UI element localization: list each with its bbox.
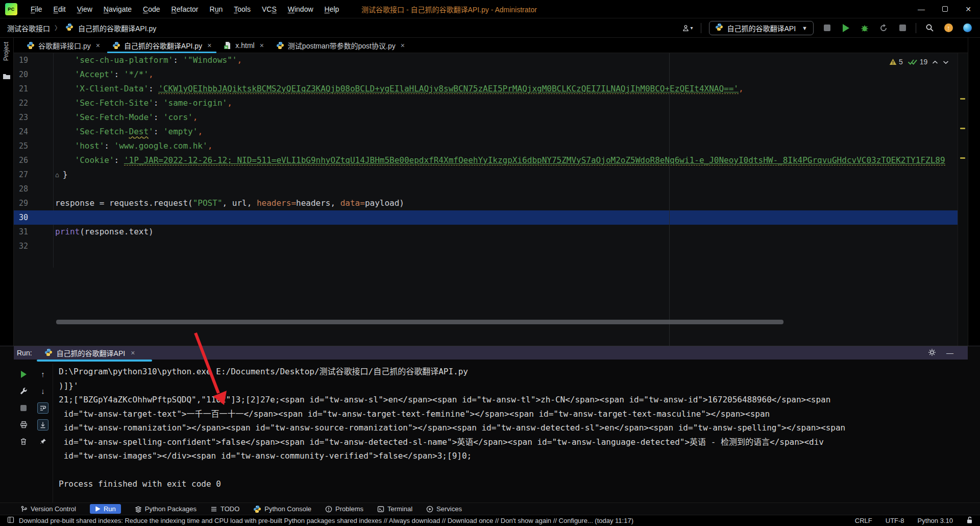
code-line-22[interactable]: 22 'Sec-Fetch-Site': 'same-origin', — [14, 96, 958, 110]
code-line-20[interactable]: 20 'Accept': '*/*', — [14, 67, 958, 82]
tool-window-button-python-packages[interactable]: Python Packages — [135, 505, 197, 513]
interpreter-widget[interactable]: Python 3.10 — [918, 517, 953, 524]
rerun-button[interactable] — [18, 369, 29, 380]
code-line-25[interactable]: 25 'host': 'www.google.com.hk', — [14, 139, 958, 153]
warning-mark[interactable] — [960, 157, 965, 159]
code-line-32[interactable]: 32 — [14, 239, 958, 253]
gutter-line-number[interactable]: 27 — [14, 168, 53, 182]
pin-button[interactable] — [37, 436, 48, 447]
restore-button[interactable] — [933, 0, 957, 18]
stop-process-button[interactable] — [897, 22, 908, 34]
hide-panel-button[interactable]: — — [946, 349, 953, 357]
layout-icon[interactable] — [7, 516, 14, 525]
menu-refactor[interactable]: Refactor — [166, 3, 204, 15]
menu-tools[interactable]: Tools — [229, 3, 256, 15]
code-line-24[interactable]: 24 'Sec-Fetch-Dest': 'empty', — [14, 125, 958, 139]
error-stripe[interactable] — [958, 53, 968, 346]
code-line-21[interactable]: 21 'X-Client-Data': 'CKW1yQEIhbbJAQiktsk… — [14, 82, 958, 96]
code-line-28[interactable]: 28 — [14, 182, 958, 196]
up-stack-button[interactable]: ↑ — [37, 369, 48, 380]
clear-console-button[interactable] — [18, 436, 29, 447]
menu-edit[interactable]: Edit — [48, 3, 71, 15]
settings-button[interactable] — [928, 348, 936, 358]
warning-mark[interactable] — [960, 98, 965, 100]
warning-mark[interactable] — [960, 128, 965, 129]
sidebar-item-project[interactable]: Project — [3, 42, 10, 61]
close-icon[interactable]: × — [131, 349, 135, 357]
stop-button[interactable] — [18, 402, 29, 414]
gutter-line-number[interactable]: 26 — [14, 153, 53, 168]
update-available-button[interactable]: ↑ — [943, 22, 954, 34]
editor-tab[interactable]: 测试postman带参数的post协议.py× — [270, 38, 411, 53]
gutter-line-number[interactable]: 22 — [14, 96, 53, 110]
close-icon[interactable]: × — [260, 41, 264, 50]
code-line-30[interactable]: 30 — [14, 210, 958, 225]
folder-icon[interactable] — [3, 73, 11, 82]
close-icon[interactable]: × — [207, 41, 211, 50]
tool-window-button-version-control[interactable]: Version Control — [20, 505, 76, 513]
close-icon[interactable]: × — [96, 41, 100, 50]
gutter-line-number[interactable]: 23 — [14, 110, 53, 125]
debug-button[interactable] — [859, 22, 870, 34]
code-editor[interactable]: 19 'sec-ch-ua-platform': '"Windows"',20 … — [14, 53, 958, 346]
menu-help[interactable]: Help — [320, 3, 345, 15]
gutter-line-number[interactable]: 20 — [14, 67, 53, 82]
close-icon[interactable]: × — [401, 41, 405, 50]
tool-window-button-python-console[interactable]: Python Console — [253, 505, 311, 513]
passed-count[interactable]: 19 — [908, 58, 928, 66]
breadcrumb-file[interactable]: 自己抓的谷歌翻译API.py — [78, 23, 156, 33]
run-tab[interactable]: 自己抓的谷歌翻译API × — [44, 348, 135, 358]
code-line-31[interactable]: 31print(response.text) — [14, 225, 958, 239]
warnings-count[interactable]: 5 — [889, 58, 903, 66]
editor-tab[interactable]: 自己抓的谷歌翻译API.py× — [106, 38, 217, 53]
code-line-29[interactable]: 29response = requests.request("POST", ur… — [14, 196, 958, 210]
gutter-line-number[interactable]: 30 — [14, 210, 53, 225]
tool-window-button-services[interactable]: Services — [426, 505, 462, 513]
editor-tab[interactable]: Hx.html× — [217, 38, 270, 53]
run-configuration-select[interactable]: 自己抓的谷歌翻译API ▼ — [709, 21, 814, 35]
inspections-widget[interactable]: 5 19 — [889, 56, 949, 68]
menu-run[interactable]: Run — [205, 3, 228, 15]
code-line-26[interactable]: 26 'Cookie': '1P_JAR=2022-12-26-12; NID=… — [14, 153, 958, 168]
tool-window-button-problems[interactable]: Problems — [325, 505, 363, 513]
menu-window[interactable]: Window — [283, 3, 318, 15]
run-button[interactable] — [840, 22, 851, 34]
gutter-line-number[interactable]: 32 — [14, 239, 53, 253]
gutter-line-number[interactable]: 21 — [14, 82, 53, 96]
menu-vcs[interactable]: VCS — [257, 3, 282, 15]
console-output[interactable]: D:\Program\python310\python.exe E:/Docum… — [53, 362, 968, 503]
minimize-button[interactable]: — — [910, 0, 933, 18]
soft-wrap-toggle[interactable] — [37, 402, 48, 414]
tool-window-button-run[interactable]: Run — [90, 504, 121, 514]
gutter-line-number[interactable]: 19 — [14, 53, 53, 67]
modify-run-config-button[interactable] — [18, 386, 29, 397]
status-message[interactable]: Download pre-built shared indexes: Reduc… — [19, 517, 633, 524]
print-button[interactable] — [18, 419, 29, 431]
encoding-widget[interactable]: UTF-8 — [886, 517, 904, 524]
breadcrumb-project[interactable]: 测试谷歌接口 — [7, 23, 50, 33]
tool-window-button-todo[interactable]: TODO — [210, 505, 239, 513]
menu-code[interactable]: Code — [138, 3, 165, 15]
gutter-line-number[interactable]: 25 — [14, 139, 53, 153]
prev-problem-button[interactable] — [932, 58, 938, 66]
menu-file[interactable]: File — [26, 3, 47, 15]
line-ending-widget[interactable]: CRLF — [855, 517, 872, 524]
gutter-line-number[interactable]: 24 — [14, 125, 53, 139]
gutter-line-number[interactable]: 29 — [14, 196, 53, 210]
menu-navigate[interactable]: Navigate — [99, 3, 137, 15]
readonly-toggle[interactable] — [966, 516, 973, 525]
next-problem-button[interactable] — [943, 58, 949, 66]
gutter-line-number[interactable]: 31 — [14, 225, 53, 239]
menu-view[interactable]: View — [72, 3, 97, 15]
search-everywhere-button[interactable] — [924, 22, 935, 34]
scroll-to-end-toggle[interactable] — [37, 419, 48, 431]
learn-plugin-button[interactable] — [962, 22, 973, 34]
code-line-27[interactable]: 27⌂} — [14, 168, 958, 182]
gutter-line-number[interactable]: 28 — [14, 182, 53, 196]
code-line-19[interactable]: 19 'sec-ch-ua-platform': '"Windows"', — [14, 53, 958, 67]
horizontal-scrollbar[interactable] — [56, 320, 783, 324]
close-button[interactable]: ✕ — [957, 0, 980, 18]
tool-window-button-terminal[interactable]: Terminal — [377, 505, 412, 513]
code-line-23[interactable]: 23 'Sec-Fetch-Mode': 'cors', — [14, 110, 958, 125]
stop-button[interactable] — [821, 22, 832, 34]
